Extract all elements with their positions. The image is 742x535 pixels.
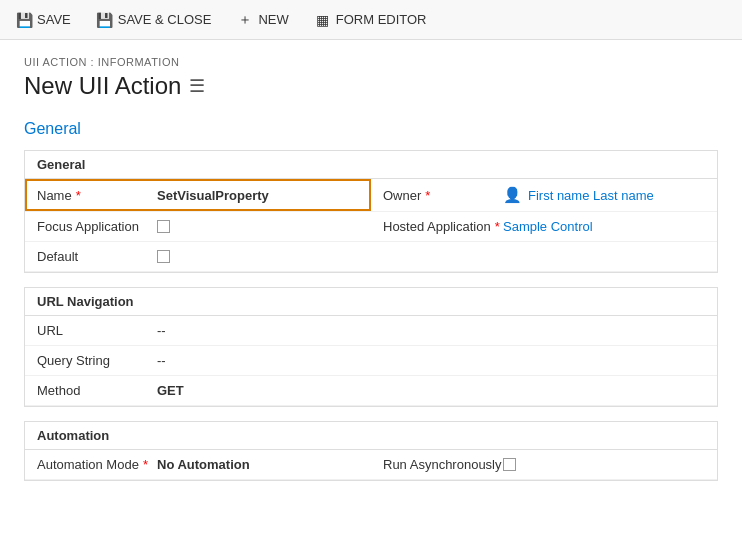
save-close-icon: 💾 xyxy=(97,12,113,28)
name-field[interactable]: Name* SetVisualProperty xyxy=(25,179,371,211)
url-right-cell xyxy=(371,316,717,345)
toolbar: 💾 SAVE 💾 SAVE & CLOSE ＋ NEW ▦ FORM EDITO… xyxy=(0,0,742,40)
url-section-title: URL Navigation xyxy=(25,288,717,316)
save-close-button[interactable]: 💾 SAVE & CLOSE xyxy=(93,10,216,30)
new-label: NEW xyxy=(258,12,288,27)
owner-value[interactable]: First name Last name xyxy=(528,188,654,203)
save-icon: 💾 xyxy=(16,12,32,28)
section-header: General xyxy=(24,120,718,138)
save-label: SAVE xyxy=(37,12,71,27)
query-field: Query String -- xyxy=(25,346,371,375)
run-async-checkbox-wrapper xyxy=(503,458,516,471)
form-editor-button[interactable]: ▦ FORM EDITOR xyxy=(311,10,431,30)
person-icon: 👤 xyxy=(503,186,522,204)
method-label: Method xyxy=(37,383,157,398)
default-right-cell xyxy=(371,242,717,271)
form-editor-icon: ▦ xyxy=(315,12,331,28)
run-async-checkbox[interactable] xyxy=(503,458,516,471)
focus-app-label: Focus Application xyxy=(37,219,157,234)
query-row: Query String -- xyxy=(25,346,717,376)
hosted-app-field: Hosted Application* Sample Control xyxy=(371,212,717,241)
hosted-app-value[interactable]: Sample Control xyxy=(503,219,593,234)
default-row: Default xyxy=(25,242,717,272)
focus-app-checkbox-wrapper xyxy=(157,220,170,233)
default-field: Default xyxy=(25,242,371,271)
method-value: GET xyxy=(157,383,184,398)
hosted-app-label: Hosted Application* xyxy=(383,219,503,234)
url-label: URL xyxy=(37,323,157,338)
method-field: Method GET xyxy=(25,376,371,405)
query-label: Query String xyxy=(37,353,157,368)
general-section: General Name* SetVisualProperty Owner* 👤… xyxy=(24,150,718,273)
automation-mode-value: No Automation xyxy=(157,457,250,472)
run-async-label: Run Asynchronously xyxy=(383,457,503,472)
owner-field: Owner* 👤 First name Last name xyxy=(371,179,717,211)
save-close-label: SAVE & CLOSE xyxy=(118,12,212,27)
automation-mode-required: * xyxy=(143,457,148,472)
url-value: -- xyxy=(157,323,166,338)
hosted-app-required: * xyxy=(495,219,500,234)
default-label: Default xyxy=(37,249,157,264)
name-required: * xyxy=(76,188,81,203)
url-field: URL -- xyxy=(25,316,371,345)
page-title-row: New UII Action ☰ xyxy=(24,72,718,100)
automation-mode-label: Automation Mode* xyxy=(37,457,157,472)
name-label: Name* xyxy=(37,188,157,203)
focus-app-checkbox[interactable] xyxy=(157,220,170,233)
automation-mode-row: Automation Mode* No Automation Run Async… xyxy=(25,450,717,480)
url-section: URL Navigation URL -- Query String -- Me… xyxy=(24,287,718,407)
automation-section: Automation Automation Mode* No Automatio… xyxy=(24,421,718,481)
page-title: New UII Action xyxy=(24,72,181,100)
default-checkbox[interactable] xyxy=(157,250,170,263)
name-owner-row: Name* SetVisualProperty Owner* 👤 First n… xyxy=(25,179,717,212)
new-icon: ＋ xyxy=(237,12,253,28)
save-button[interactable]: 💾 SAVE xyxy=(12,10,75,30)
focus-app-field: Focus Application xyxy=(25,212,371,241)
menu-icon[interactable]: ☰ xyxy=(189,75,205,97)
owner-required: * xyxy=(425,188,430,203)
automation-section-title: Automation xyxy=(25,422,717,450)
url-row: URL -- xyxy=(25,316,717,346)
query-value: -- xyxy=(157,353,166,368)
owner-value-row: 👤 First name Last name xyxy=(503,186,654,204)
query-right-cell xyxy=(371,346,717,375)
method-row: Method GET xyxy=(25,376,717,406)
name-value: SetVisualProperty xyxy=(157,188,269,203)
automation-mode-field: Automation Mode* No Automation xyxy=(25,450,371,479)
form-editor-label: FORM EDITOR xyxy=(336,12,427,27)
owner-label: Owner* xyxy=(383,188,503,203)
breadcrumb: UII ACTION : INFORMATION xyxy=(24,56,718,68)
run-async-field: Run Asynchronously xyxy=(371,450,717,479)
method-right-cell xyxy=(371,376,717,405)
default-checkbox-wrapper xyxy=(157,250,170,263)
focus-hosted-row: Focus Application Hosted Application* Sa… xyxy=(25,212,717,242)
general-section-title: General xyxy=(25,151,717,179)
page-content: UII ACTION : INFORMATION New UII Action … xyxy=(0,40,742,511)
new-button[interactable]: ＋ NEW xyxy=(233,10,292,30)
